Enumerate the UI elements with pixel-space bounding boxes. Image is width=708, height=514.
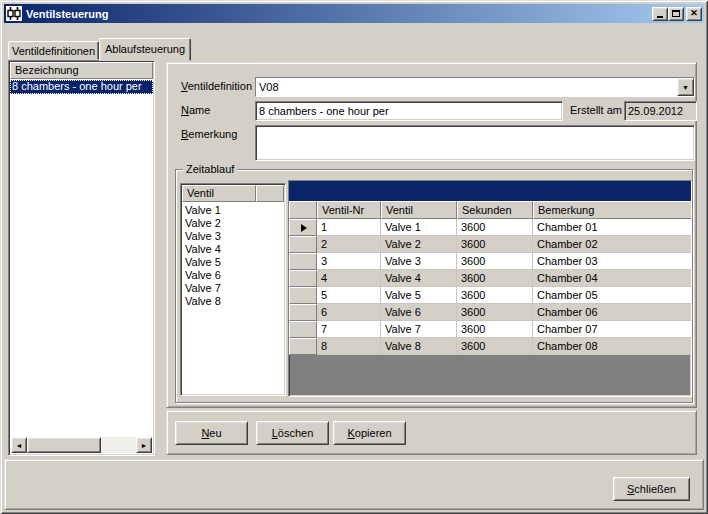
scroll-right-button[interactable]: ► bbox=[136, 437, 152, 453]
grid-row[interactable]: 3Valve 33600Chamber 03 bbox=[289, 253, 691, 270]
grid-row-selector[interactable] bbox=[289, 338, 317, 355]
loeschen-button[interactable]: Löschen bbox=[256, 421, 329, 445]
neu-button[interactable]: Neu bbox=[175, 421, 248, 445]
grid-row-selector[interactable] bbox=[289, 270, 317, 287]
erstellt-am-label: Erstellt am bbox=[570, 104, 622, 117]
ventil-column-header-spacer bbox=[256, 185, 284, 202]
ventildefinition-combobox[interactable]: V08 ▼ bbox=[255, 77, 695, 97]
grid-cell[interactable]: 3600 bbox=[457, 304, 533, 321]
ventil-list-item[interactable]: Valve 2 bbox=[181, 217, 285, 230]
schliessen-button[interactable]: Schließen bbox=[613, 477, 690, 501]
action-button-bar: Neu Löschen Kopieren bbox=[166, 410, 697, 455]
name-field[interactable]: 8 chambers - one hour per bbox=[255, 101, 563, 121]
maximize-icon bbox=[672, 10, 680, 17]
ventil-list-item[interactable]: Valve 8 bbox=[181, 295, 285, 308]
grid-cell[interactable]: 3600 bbox=[457, 270, 533, 287]
minimize-button[interactable] bbox=[652, 7, 668, 21]
ventil-listbox[interactable]: Ventil Valve 1Valve 2Valve 3Valve 4Valve… bbox=[180, 183, 286, 396]
grid-cell[interactable]: Valve 4 bbox=[381, 270, 457, 287]
grid-column-header[interactable]: Bemerkung bbox=[533, 201, 691, 219]
ventil-list-item[interactable]: Valve 5 bbox=[181, 256, 285, 269]
horizontal-scrollbar[interactable]: ◄ ► bbox=[11, 437, 152, 453]
grid-caption-bar bbox=[289, 181, 691, 201]
grid-cell[interactable]: 7 bbox=[317, 321, 381, 338]
detail-panel: Ventildefinition V08 ▼ Name 8 chambers -… bbox=[166, 62, 697, 408]
grid-cell[interactable]: 4 bbox=[317, 270, 381, 287]
grid-column-header[interactable]: Sekunden bbox=[457, 201, 533, 219]
zeitablauf-grid[interactable]: Ventil-NrVentilSekundenBemerkung 1Valve … bbox=[288, 180, 692, 397]
ventil-list-item[interactable]: Valve 1 bbox=[181, 204, 285, 217]
bemerkung-field[interactable] bbox=[255, 125, 695, 161]
ventil-list-item[interactable]: Valve 3 bbox=[181, 230, 285, 243]
grid-column-header[interactable]: Ventil-Nr bbox=[317, 201, 381, 219]
grid-cell[interactable]: Valve 8 bbox=[381, 338, 457, 355]
grid-row-selector[interactable] bbox=[289, 253, 317, 270]
grid-cell[interactable]: Valve 2 bbox=[381, 236, 457, 253]
ventildefinition-value[interactable]: V08 bbox=[256, 78, 677, 96]
bezeichnung-list-item[interactable]: 8 chambers - one hour per bbox=[10, 80, 153, 94]
grid-cell[interactable]: Chamber 07 bbox=[533, 321, 691, 338]
grid-row-selector[interactable] bbox=[289, 321, 317, 338]
grid-cell[interactable]: Valve 3 bbox=[381, 253, 457, 270]
grid-cell[interactable]: 3 bbox=[317, 253, 381, 270]
grid-row-selector[interactable] bbox=[289, 219, 317, 236]
grid-row[interactable]: 8Valve 83600Chamber 08 bbox=[289, 338, 691, 355]
scrollbar-thumb[interactable] bbox=[27, 437, 101, 453]
valve-app-icon bbox=[6, 6, 22, 21]
tab-ventildefinitionen[interactable]: Ventildefinitionen bbox=[8, 41, 99, 60]
grid-cell[interactable]: Valve 6 bbox=[381, 304, 457, 321]
bezeichnung-list-items: 8 chambers - one hour per bbox=[9, 80, 154, 94]
grid-row[interactable]: 6Valve 63600Chamber 06 bbox=[289, 304, 691, 321]
close-icon: ✕ bbox=[690, 9, 698, 18]
bezeichnung-column-header[interactable]: Bezeichnung bbox=[10, 62, 153, 79]
grid-cell[interactable]: 8 bbox=[317, 338, 381, 355]
erstellt-am-field: 25.09.2012 bbox=[624, 101, 697, 121]
grid-cell[interactable]: Chamber 02 bbox=[533, 236, 691, 253]
grid-cell[interactable]: 3600 bbox=[457, 219, 533, 236]
bezeichnung-listbox[interactable]: Bezeichnung 8 chambers - one hour per ◄ … bbox=[8, 60, 155, 456]
grid-cell[interactable]: 3600 bbox=[457, 253, 533, 270]
grid-cell[interactable]: Chamber 04 bbox=[533, 270, 691, 287]
minimize-icon bbox=[657, 16, 663, 18]
grid-row[interactable]: 1Valve 13600Chamber 01 bbox=[289, 219, 691, 236]
grid-cell[interactable]: Chamber 08 bbox=[533, 338, 691, 355]
grid-cell[interactable]: 1 bbox=[317, 219, 381, 236]
grid-cell[interactable]: 3600 bbox=[457, 287, 533, 304]
tab-ablaufsteuerung[interactable]: Ablaufsteuerung bbox=[99, 38, 191, 61]
grid-cell[interactable]: 3600 bbox=[457, 236, 533, 253]
scrollbar-track[interactable] bbox=[27, 437, 136, 453]
grid-cell[interactable]: 3600 bbox=[457, 338, 533, 355]
maximize-button[interactable] bbox=[668, 7, 684, 21]
grid-row-selector[interactable] bbox=[289, 236, 317, 253]
grid-cell[interactable]: Chamber 03 bbox=[533, 253, 691, 270]
grid-row[interactable]: 4Valve 43600Chamber 04 bbox=[289, 270, 691, 287]
grid-row-selector[interactable] bbox=[289, 287, 317, 304]
ventil-list-item[interactable]: Valve 6 bbox=[181, 269, 285, 282]
close-button[interactable]: ✕ bbox=[686, 7, 702, 21]
grid-cell[interactable]: Valve 7 bbox=[381, 321, 457, 338]
grid-cell[interactable]: 5 bbox=[317, 287, 381, 304]
chevron-down-icon: ▼ bbox=[682, 84, 689, 91]
grid-cell[interactable]: 6 bbox=[317, 304, 381, 321]
grid-cell[interactable]: Valve 1 bbox=[381, 219, 457, 236]
window-controls: ✕ bbox=[652, 7, 702, 21]
ventil-list-item[interactable]: Valve 4 bbox=[181, 243, 285, 256]
titlebar[interactable]: Ventilsteuerung ✕ bbox=[4, 4, 704, 23]
grid-cell[interactable]: Chamber 06 bbox=[533, 304, 691, 321]
grid-row[interactable]: 5Valve 53600Chamber 05 bbox=[289, 287, 691, 304]
grid-row[interactable]: 7Valve 73600Chamber 07 bbox=[289, 321, 691, 338]
ventil-list-item[interactable]: Valve 7 bbox=[181, 282, 285, 295]
grid-row-selector[interactable] bbox=[289, 304, 317, 321]
grid-column-header[interactable]: Ventil bbox=[381, 201, 457, 219]
grid-cell[interactable]: 2 bbox=[317, 236, 381, 253]
scroll-left-button[interactable]: ◄ bbox=[11, 437, 27, 453]
grid-cell[interactable]: Chamber 01 bbox=[533, 219, 691, 236]
ventil-column-header[interactable]: Ventil bbox=[182, 185, 256, 202]
kopieren-button[interactable]: Kopieren bbox=[333, 421, 406, 445]
grid-cell[interactable]: Chamber 05 bbox=[533, 287, 691, 304]
grid-cell[interactable]: 3600 bbox=[457, 321, 533, 338]
grid-cell[interactable]: Valve 5 bbox=[381, 287, 457, 304]
ventil-list-items: Valve 1Valve 2Valve 3Valve 4Valve 5Valve… bbox=[181, 202, 285, 308]
grid-row[interactable]: 2Valve 23600Chamber 02 bbox=[289, 236, 691, 253]
combo-dropdown-button[interactable]: ▼ bbox=[677, 78, 694, 96]
